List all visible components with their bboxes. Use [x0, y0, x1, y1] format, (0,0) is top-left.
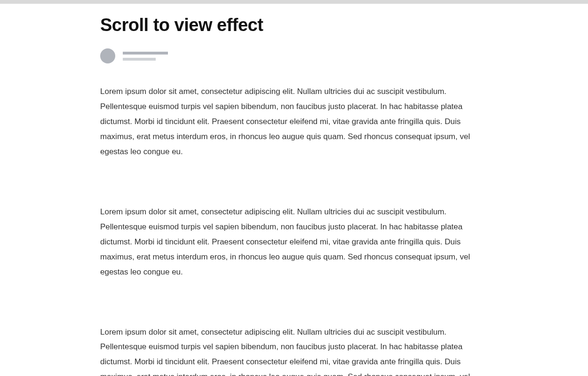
author-block [100, 48, 488, 63]
body-paragraph: Lorem ipsum dolor sit amet, consectetur … [100, 325, 488, 376]
body-paragraph: Lorem ipsum dolor sit amet, consectetur … [100, 84, 488, 159]
author-meta-placeholder [123, 52, 168, 61]
body-paragraph: Lorem ipsum dolor sit amet, consectetur … [100, 204, 488, 280]
avatar-placeholder [100, 48, 115, 63]
article-container: Scroll to view effect Lorem ipsum dolor … [98, 15, 490, 376]
page-title: Scroll to view effect [100, 15, 488, 35]
top-progress-bar [0, 0, 588, 4]
author-name-placeholder [123, 52, 168, 55]
author-sub-placeholder [123, 58, 156, 61]
